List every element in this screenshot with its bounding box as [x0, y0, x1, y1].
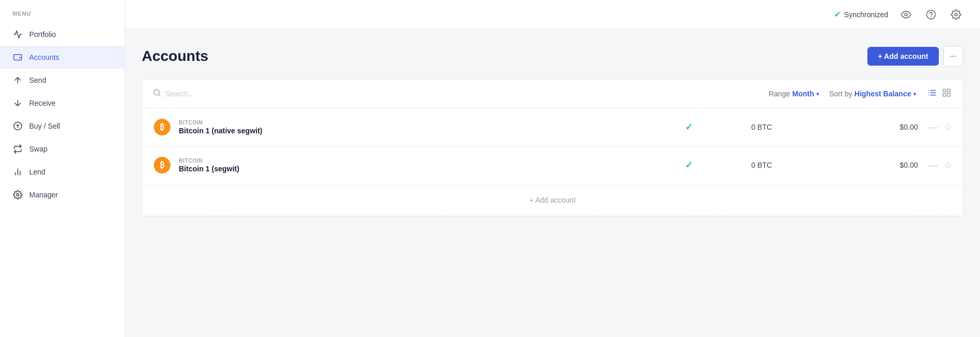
account-synced-check: ✓ — [668, 121, 709, 133]
sortby-label: Sort by — [829, 90, 852, 98]
sidebar-item-swap-label: Swap — [29, 145, 47, 153]
add-account-inline-label: + Add account — [529, 196, 575, 204]
menu-label: MENU — [0, 10, 125, 23]
sidebar-item-accounts-label: Accounts — [29, 53, 59, 61]
svg-rect-25 — [948, 94, 950, 96]
page-header: Accounts + Add account ··· — [142, 46, 963, 67]
star-icon[interactable]: ☆ — [944, 159, 952, 171]
account-actions: — ☆ — [928, 121, 952, 133]
account-row[interactable]: ₿ BITCOIN Bitcoin 1 (segwit) ✓ 0 BTC $0.… — [142, 146, 963, 184]
swap-icon — [13, 144, 23, 154]
account-info: BITCOIN Bitcoin 1 (segwit) — [179, 158, 668, 173]
sidebar-item-buy-sell[interactable]: Buy / Sell — [0, 115, 125, 138]
sync-label: Synchronized — [844, 10, 888, 19]
arrow-up-icon — [13, 75, 23, 85]
sidebar-item-swap[interactable]: Swap — [0, 138, 125, 160]
sortby-chevron-icon: ▾ — [913, 91, 916, 97]
ellipsis-icon: ··· — [950, 52, 957, 61]
bitcoin-icon: ₿ — [154, 157, 170, 173]
svg-point-14 — [955, 13, 958, 16]
page-content: Accounts + Add account ··· — [125, 29, 980, 337]
help-icon[interactable] — [924, 7, 938, 22]
sortby-value[interactable]: Highest Balance ▾ — [854, 90, 916, 98]
list-view-button[interactable] — [926, 87, 938, 101]
main-content: ✔ Synchronized Accounts + Add account — [125, 0, 980, 337]
dash-icon: — — [928, 160, 938, 171]
svg-point-10 — [17, 194, 19, 196]
topbar: ✔ Synchronized — [125, 0, 980, 29]
sidebar-item-portfolio[interactable]: Portfolio — [0, 23, 125, 46]
account-balance-fiat: $0.00 — [814, 161, 918, 169]
range-value[interactable]: Month ▾ — [792, 90, 819, 98]
wallet-icon — [13, 52, 23, 63]
eye-icon[interactable] — [899, 7, 913, 22]
account-balance-fiat: $0.00 — [814, 123, 918, 131]
bitcoin-icon: ₿ — [154, 119, 170, 135]
svg-rect-26 — [943, 94, 946, 96]
sidebar-item-buy-sell-label: Buy / Sell — [29, 122, 60, 130]
sidebar-item-accounts[interactable]: Accounts — [0, 46, 125, 69]
page-title: Accounts — [142, 48, 209, 65]
svg-point-11 — [905, 13, 908, 16]
add-account-inline-button[interactable]: + Add account — [142, 184, 963, 216]
sidebar-item-lend-label: Lend — [29, 168, 45, 176]
sidebar-item-manager-label: Manager — [29, 191, 58, 199]
range-label: Range — [768, 90, 790, 98]
account-info: BITCOIN Bitcoin 1 (native segwit) — [179, 120, 668, 135]
chart-line-icon — [13, 29, 23, 40]
sync-status: ✔ Synchronized — [834, 9, 888, 19]
sidebar: MENU Portfolio Accounts Send — [0, 0, 125, 337]
range-chevron-icon: ▾ — [816, 91, 819, 97]
bar-chart-icon — [13, 167, 23, 177]
dash-icon: — — [928, 122, 938, 133]
toolbar-right: Range Month ▾ Sort by Highest Balance ▾ — [768, 87, 952, 101]
sidebar-item-send[interactable]: Send — [0, 69, 125, 92]
range-control: Range Month ▾ — [768, 90, 818, 98]
star-icon[interactable]: ☆ — [944, 121, 952, 133]
view-toggle — [926, 87, 952, 101]
account-actions: — ☆ — [928, 159, 952, 171]
svg-rect-1 — [19, 57, 21, 58]
header-actions: + Add account ··· — [867, 46, 963, 67]
settings-icon[interactable] — [949, 7, 963, 22]
search-icon — [153, 89, 161, 99]
arrow-down-icon — [13, 98, 23, 108]
account-balance-crypto: 0 BTC — [709, 161, 814, 169]
btc-icon-wrap: ₿ — [153, 118, 172, 136]
account-type: BITCOIN — [179, 158, 668, 164]
svg-line-16 — [158, 94, 160, 96]
account-type: BITCOIN — [179, 120, 668, 126]
more-options-button[interactable]: ··· — [943, 46, 963, 67]
sync-check-icon: ✔ — [834, 9, 841, 19]
account-name: Bitcoin 1 (segwit) — [179, 165, 668, 173]
sidebar-item-portfolio-label: Portfolio — [29, 30, 56, 39]
sidebar-item-receive[interactable]: Receive — [0, 92, 125, 115]
sidebar-item-receive-label: Receive — [29, 99, 56, 107]
sidebar-item-lend[interactable]: Lend — [0, 160, 125, 183]
account-name: Bitcoin 1 (native segwit) — [179, 127, 668, 135]
svg-rect-23 — [943, 89, 946, 92]
account-balance-crypto: 0 BTC — [709, 123, 814, 131]
btc-icon-wrap: ₿ — [153, 156, 172, 174]
dollar-circle-icon — [13, 121, 23, 131]
account-row[interactable]: ₿ BITCOIN Bitcoin 1 (native segwit) ✓ 0 … — [142, 108, 963, 146]
accounts-panel: Range Month ▾ Sort by Highest Balance ▾ — [142, 79, 963, 217]
search-wrapper — [153, 89, 768, 99]
sidebar-item-send-label: Send — [29, 76, 46, 84]
accounts-toolbar: Range Month ▾ Sort by Highest Balance ▾ — [142, 80, 963, 108]
sortby-control: Sort by Highest Balance ▾ — [829, 90, 916, 98]
grid-view-button[interactable] — [941, 87, 952, 101]
sidebar-item-manager[interactable]: Manager — [0, 183, 125, 206]
manager-icon — [13, 190, 23, 200]
search-input[interactable] — [165, 90, 322, 98]
add-account-button[interactable]: + Add account — [867, 47, 938, 66]
svg-rect-24 — [948, 89, 950, 92]
account-synced-check: ✓ — [668, 159, 709, 171]
